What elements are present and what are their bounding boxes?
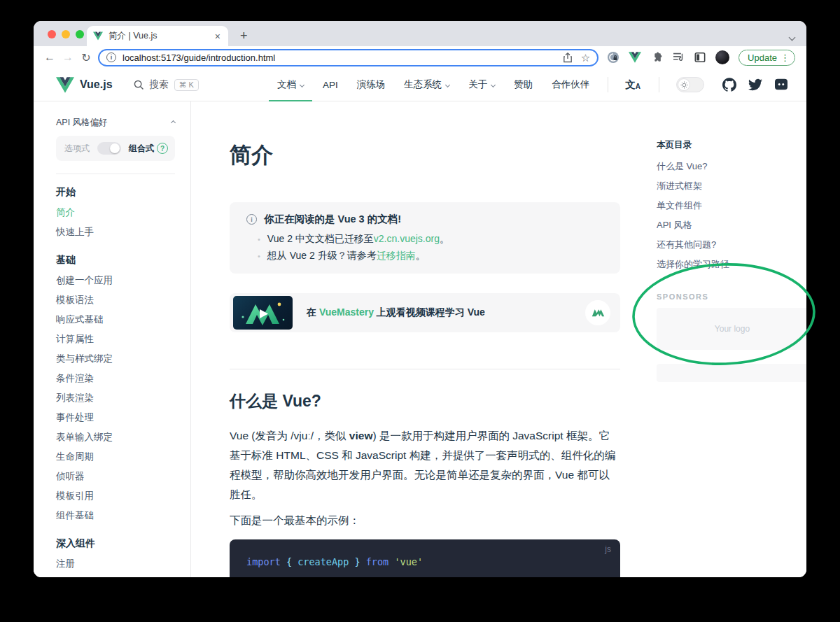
search-label: 搜索 xyxy=(150,78,169,91)
nav-item-关于[interactable]: 关于 xyxy=(468,69,495,101)
bullet-link[interactable]: v2.cn.vuejs.org xyxy=(374,231,440,247)
discord-link[interactable] xyxy=(774,78,788,91)
vue-logo-home-link[interactable]: Vue.js xyxy=(56,77,113,93)
vuemastery-banner[interactable]: 在 VueMastery 上观看视频课程学习 Vue xyxy=(230,293,620,332)
vuemastery-link[interactable]: VueMastery xyxy=(319,306,374,318)
theme-toggle-knob xyxy=(678,78,690,91)
sidebar-item[interactable]: 简介 xyxy=(56,203,175,222)
page-outline-aside: 本页目录 什么是 Vue?渐进式框架单文件组件API 风格还有其他问题?选择你的… xyxy=(657,101,806,382)
help-icon[interactable]: ? xyxy=(157,143,168,154)
list-extension-icon[interactable] xyxy=(672,51,685,64)
sidebar-item[interactable]: 组件基础 xyxy=(56,506,175,525)
close-window-button[interactable] xyxy=(48,30,56,38)
brand-name: Vue.js xyxy=(80,78,113,91)
github-icon xyxy=(722,78,736,92)
sidebar-item[interactable]: 模板语法 xyxy=(56,290,175,310)
tab-search-chevron-icon[interactable] xyxy=(790,30,794,43)
code-token: { xyxy=(281,556,298,567)
nav-item-API[interactable]: API xyxy=(323,69,338,101)
toc-item[interactable]: 选择你的学习路径 xyxy=(657,255,806,274)
split-view-icon[interactable] xyxy=(694,51,706,64)
extensions-row: Update ⋮ xyxy=(607,50,795,66)
chevron-down-icon xyxy=(445,82,450,87)
sidebar-item[interactable]: 列表渲染 xyxy=(56,388,175,408)
twitter-link[interactable] xyxy=(748,78,762,92)
nav-divider xyxy=(608,77,608,92)
search-button[interactable]: 搜索 ⌘ K xyxy=(134,78,199,91)
chevron-down-icon xyxy=(300,82,304,87)
sidebar-item[interactable]: 计算属性 xyxy=(56,330,175,349)
nav-item-合作伙伴[interactable]: 合作伙伴 xyxy=(552,69,589,101)
sidebar-item[interactable]: 注册 xyxy=(56,554,175,574)
code-token: } xyxy=(349,556,365,567)
nav-item-赞助[interactable]: 赞助 xyxy=(514,69,533,101)
translate-sub: A xyxy=(636,83,640,90)
toc-item[interactable]: 单文件组件 xyxy=(657,196,806,215)
api-preference-header[interactable]: API 风格偏好 xyxy=(56,117,175,129)
github-link[interactable] xyxy=(722,78,736,92)
sidebar-item[interactable]: 模板引用 xyxy=(56,486,175,506)
sidebar-item[interactable]: 类与样式绑定 xyxy=(56,349,175,369)
bullet-link[interactable]: 迁移指南 xyxy=(377,248,416,264)
options-api-label[interactable]: 选项式 xyxy=(64,143,90,155)
extensions-puzzle-icon[interactable] xyxy=(650,51,663,64)
sidebar-item[interactable]: 快速上手 xyxy=(56,222,175,242)
sidebar-item[interactable]: 条件渲染 xyxy=(56,369,175,388)
forward-button[interactable]: → xyxy=(59,51,77,64)
translate-icon[interactable]: 文A xyxy=(625,78,640,92)
code-content: import { createApp } from 'vue' createAp… xyxy=(246,553,603,577)
zoom-window-button[interactable] xyxy=(76,30,84,38)
url-bar[interactable]: i localhost:5173/guide/introduction.html… xyxy=(98,49,598,66)
sidebar-item[interactable]: Props xyxy=(56,574,175,577)
nav-item-演练场[interactable]: 演练场 xyxy=(357,69,386,101)
sidebar-item[interactable]: 表单输入绑定 xyxy=(56,427,175,447)
site-info-icon[interactable]: i xyxy=(106,52,116,62)
code-line xyxy=(246,570,603,577)
vue-logo-icon xyxy=(56,77,74,93)
nav-item-文档[interactable]: 文档 xyxy=(277,69,304,101)
toc-title: 本页目录 xyxy=(657,139,806,151)
api-style-toggle-knob xyxy=(110,143,120,153)
sidebar-group: 深入组件注册Props事件透传 Attributes插槽 xyxy=(56,534,175,577)
sidebar-item[interactable]: 侦听器 xyxy=(56,467,175,486)
theme-toggle[interactable] xyxy=(676,77,704,92)
sponsor-placeholder-partial[interactable] xyxy=(657,364,806,382)
banner-text-pre: 在 xyxy=(307,306,319,318)
nav-item-生态系统[interactable]: 生态系统 xyxy=(404,69,449,101)
api-style-toggle[interactable] xyxy=(97,142,121,155)
code-token: createApp xyxy=(298,556,349,567)
composition-api-label[interactable]: 组合式 xyxy=(129,143,154,155)
sidebar-item[interactable]: 生命周期 xyxy=(56,447,175,467)
reload-button[interactable]: ↻ xyxy=(77,51,95,64)
update-button[interactable]: Update ⋮ xyxy=(738,50,795,66)
sidebar-item[interactable]: 响应式基础 xyxy=(56,310,175,330)
bookmark-star-icon[interactable]: ☆ xyxy=(581,52,590,63)
minimize-window-button[interactable] xyxy=(62,30,70,38)
close-tab-icon[interactable]: × xyxy=(214,31,222,41)
vue-devtools-icon[interactable] xyxy=(629,51,641,64)
sidebar-item[interactable]: 创建一个应用 xyxy=(56,271,175,290)
bullet-dot-icon: • xyxy=(258,232,260,248)
new-tab-button[interactable]: + xyxy=(237,29,251,43)
main-content: 简介 i 你正在阅读的是 Vue 3 的文档! •Vue 2 中文文档已迁移至 … xyxy=(230,101,620,577)
nav-divider xyxy=(659,77,659,92)
back-button[interactable]: ← xyxy=(41,51,59,64)
code-token: import xyxy=(246,556,281,567)
sidebar-item[interactable]: 事件处理 xyxy=(56,408,175,427)
browser-menu-icon[interactable]: ⋮ xyxy=(780,53,790,62)
bullet-text: 。 xyxy=(440,231,449,247)
code-token: from xyxy=(366,556,389,567)
toc-item[interactable]: 什么是 Vue? xyxy=(657,157,806,176)
toc-item[interactable]: API 风格 xyxy=(657,215,806,235)
profile-avatar[interactable] xyxy=(715,50,729,64)
share-icon[interactable] xyxy=(563,52,573,63)
url-actions: ☆ xyxy=(563,52,590,63)
vuemastery-video-thumbnail[interactable] xyxy=(233,296,293,330)
toc-item[interactable]: 渐进式框架 xyxy=(657,176,806,196)
privacy-extension-icon[interactable] xyxy=(607,51,620,64)
sponsor-placeholder[interactable]: Your logo xyxy=(657,308,806,350)
url-text[interactable]: localhost:5173/guide/introduction.html xyxy=(122,52,275,63)
toc-item[interactable]: 还有其他问题? xyxy=(657,235,806,255)
tab-strip: 简介 | Vue.js × + xyxy=(34,21,806,46)
browser-tab[interactable]: 简介 | Vue.js × xyxy=(87,26,228,46)
